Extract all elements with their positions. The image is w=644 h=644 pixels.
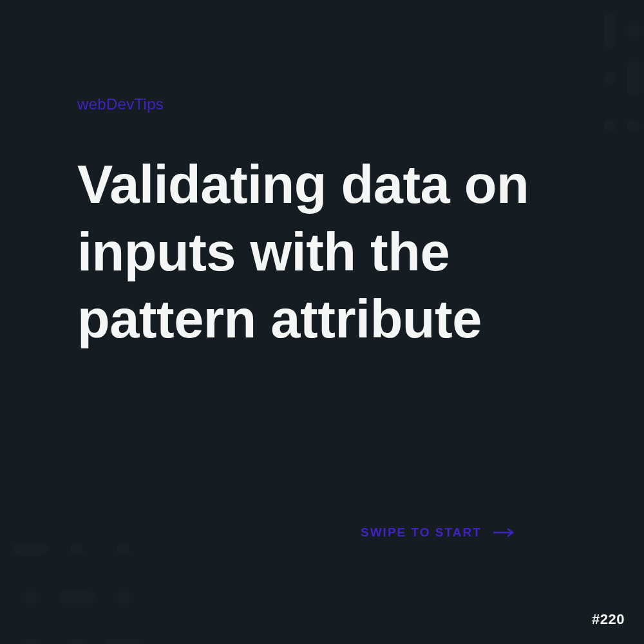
slide-number: #220 xyxy=(592,611,625,628)
slide-title: Validating data on inputs with the patte… xyxy=(77,151,592,354)
decoration-bottom-left xyxy=(13,532,142,644)
arrow-right-icon xyxy=(493,527,515,538)
decoration-top-right xyxy=(604,13,644,144)
swipe-cta-label: SWIPE TO START xyxy=(361,526,482,540)
swipe-cta[interactable]: SWIPE TO START xyxy=(361,526,515,540)
brand-label: webDevTips xyxy=(77,95,164,113)
